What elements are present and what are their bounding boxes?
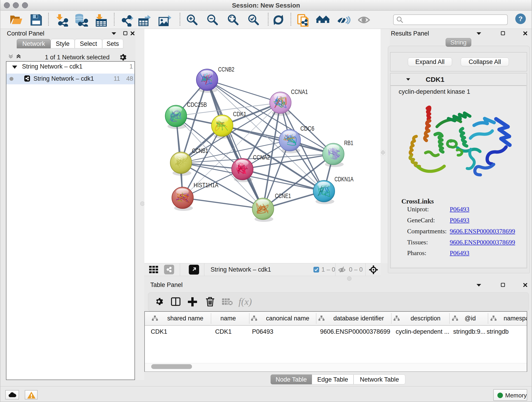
svg-text:RB1: RB1 — [344, 140, 353, 147]
svg-text:HIST1H1A: HIST1H1A — [194, 182, 218, 189]
svg-text:CCNE1: CCNE1 — [275, 192, 291, 199]
svg-text:CDK1: CDK1 — [233, 111, 246, 118]
svg-text:?: ? — [519, 15, 523, 22]
svg-text:CCNA2: CCNA2 — [253, 154, 270, 161]
svg-text:CDC25B: CDC25B — [187, 101, 207, 108]
svg-text:CDKN1A: CDKN1A — [335, 176, 354, 183]
svg-text:CCNA1: CCNA1 — [291, 89, 308, 95]
svg-text:CCNB2: CCNB2 — [218, 66, 234, 73]
svg-text:CCNB1: CCNB1 — [192, 147, 208, 154]
svg-text:CDC6: CDC6 — [300, 125, 314, 132]
